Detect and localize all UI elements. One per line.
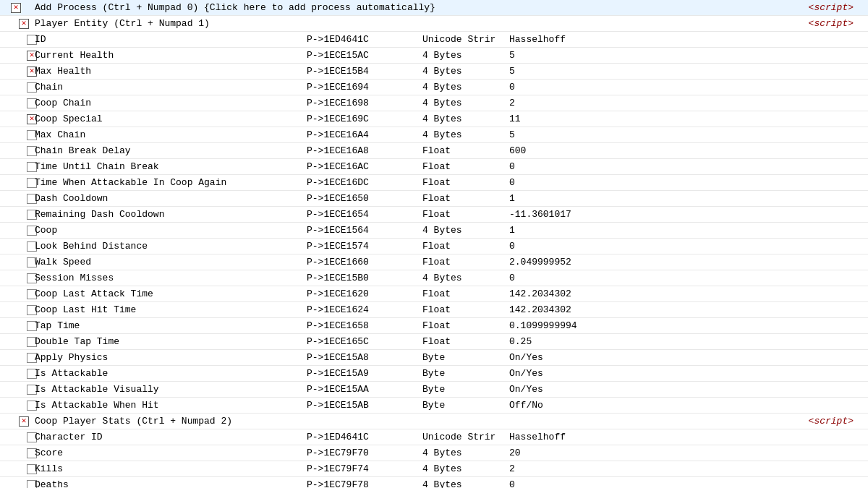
table-row: KillsP->1EC79F744 Bytes2 (0, 461, 868, 477)
table-row: Look Behind DistanceP->1ECE1574Float0 (0, 239, 868, 254)
row-value[interactable]: Off/No (509, 400, 868, 411)
row-type: 4 Bytes (422, 448, 509, 458)
row-value[interactable]: -11.3601017 (509, 209, 868, 220)
row-type: Float (422, 336, 509, 347)
row-name: Double Tap Time (32, 336, 307, 347)
table-row: Coop Last Attack TimeP->1ECE1620Float142… (0, 286, 868, 302)
table-row: Coop Last Hit TimeP->1ECE1624Float142.20… (0, 302, 868, 318)
table-row: Coop ChainP->1ECE16984 Bytes2 (0, 95, 868, 111)
table-row: Character IDP->1ED4641CUnicode StrirHass… (0, 429, 868, 445)
checkbox-cell (0, 35, 32, 45)
checkbox-cell (0, 337, 32, 347)
row-type: 4 Bytes (422, 98, 509, 108)
checkbox-cell (0, 273, 32, 283)
row-type: 4 Bytes (422, 225, 509, 236)
row-value[interactable]: 0.25 (509, 336, 868, 347)
row-type: 4 Bytes (422, 82, 509, 93)
row-type: Float (422, 193, 509, 204)
table-row: Dash CooldownP->1ECE1650Float1 (0, 191, 868, 207)
row-address: P->1ECE1574 (307, 241, 422, 252)
row-value[interactable]: 2.049999952 (509, 257, 868, 267)
row-address: P->1ECE15B4 (307, 66, 422, 77)
row-value[interactable]: On/Yes (509, 368, 868, 379)
table-row: Double Tap TimeP->1ECE165CFloat0.25 (0, 334, 868, 350)
row-value[interactable]: 1 (509, 225, 868, 236)
row-name: Is Attackable Visually (32, 384, 307, 395)
row-name: Chain (32, 82, 307, 93)
row-name: Walk Speed (32, 257, 307, 267)
row-value[interactable]: 142.2034302 (509, 304, 868, 315)
table-row: Max HealthP->1ECE15B44 Bytes5 (0, 64, 868, 80)
row-type: Float (422, 288, 509, 299)
checkbox-cell (0, 194, 32, 204)
row-address: P->1ECE1694 (307, 82, 422, 93)
row-name: Coop Last Attack Time (32, 288, 307, 299)
row-value[interactable]: 5 (509, 66, 868, 77)
row-address: P->1EC79F78 (307, 479, 422, 488)
row-value[interactable]: 600 (509, 145, 868, 156)
checkbox-cell (0, 448, 32, 458)
table-row: ScoreP->1EC79F704 Bytes20 (0, 445, 868, 461)
row-value[interactable]: 0 (509, 479, 868, 488)
row-value[interactable]: On/Yes (509, 384, 868, 395)
row-value[interactable]: 2 (509, 98, 868, 108)
row-address: P->1ECE16AC (307, 161, 422, 172)
row-type: Float (422, 320, 509, 331)
checkbox-cell (0, 241, 32, 252)
row-value[interactable]: 0 (509, 273, 868, 283)
row-address: P->1ECE15B0 (307, 273, 422, 283)
row-value[interactable]: 5 (509, 50, 868, 61)
row-name: ID (32, 34, 307, 45)
row-value[interactable]: 11 (509, 114, 868, 124)
row-type: 4 Bytes (422, 479, 509, 488)
row-value[interactable]: 0 (509, 241, 868, 252)
row-value[interactable]: 0 (509, 82, 868, 93)
row-type: 4 Bytes (422, 50, 509, 61)
checkbox-cell (0, 432, 32, 442)
row-address: P->1ECE1654 (307, 209, 422, 220)
row-address: P->1ECE1624 (307, 304, 422, 315)
row-type: Float (422, 304, 509, 315)
row-value[interactable]: On/Yes (509, 352, 868, 363)
row-value[interactable]: 0 (509, 177, 868, 188)
row-name: Time Until Chain Break (32, 161, 307, 172)
checkbox[interactable] (19, 19, 29, 29)
checkbox-cell (0, 82, 32, 93)
row-value[interactable]: 5 (509, 129, 868, 140)
checkbox-cell (0, 130, 32, 140)
row-name: Current Health (32, 50, 307, 61)
checkbox[interactable] (11, 3, 21, 13)
checkbox-cell (0, 257, 32, 267)
row-address: P->1ECE1620 (307, 288, 422, 299)
row-value[interactable]: 20 (509, 448, 868, 458)
table-row: IDP->1ED4641CUnicode StrirHasselhoff (0, 32, 868, 48)
row-value[interactable]: 2 (509, 463, 868, 474)
row-name: Is Attackable When Hit (32, 400, 307, 411)
row-type: Float (422, 257, 509, 267)
row-type: Byte (422, 352, 509, 363)
row-type: Byte (422, 384, 509, 395)
row-address: P->1ECE15A8 (307, 352, 422, 363)
group-name: Add Process (Ctrl + Numpad 0) {Click her… (32, 2, 809, 13)
checkbox-cell (0, 464, 32, 474)
table-row: Tap TimeP->1ECE1658Float0.1099999994 (0, 318, 868, 334)
row-type: Byte (422, 368, 509, 379)
group-name: Coop Player Stats (Ctrl + Numpad 2) (32, 416, 809, 427)
row-value[interactable]: 142.2034302 (509, 288, 868, 299)
row-address: P->1ECE1698 (307, 98, 422, 108)
checkbox-cell (0, 480, 32, 489)
row-value[interactable]: Hasselhoff (509, 34, 868, 45)
table-row: Is Attackable When HitP->1ECE15ABByteOff… (0, 398, 868, 414)
checkbox-cell (0, 226, 32, 236)
row-type: Byte (422, 400, 509, 411)
row-value[interactable]: Hasselhoff (509, 432, 868, 442)
table-row: Max ChainP->1ECE16A44 Bytes5 (0, 127, 868, 143)
row-value[interactable]: 0.1099999994 (509, 320, 868, 331)
script-tag: <script> (809, 18, 854, 29)
row-address: P->1ECE16A4 (307, 129, 422, 140)
row-value[interactable]: 0 (509, 161, 868, 172)
row-type: Float (422, 177, 509, 188)
row-value[interactable]: 1 (509, 193, 868, 204)
row-name: Deaths (32, 479, 307, 488)
checkbox[interactable] (19, 416, 29, 427)
